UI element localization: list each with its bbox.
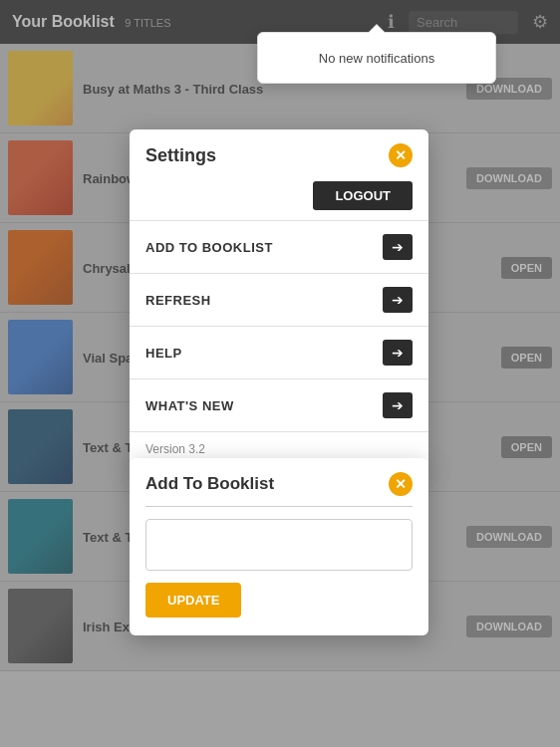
add-to-booklist-modal: Add To Booklist ✕ UPDATE bbox=[130, 458, 428, 635]
add-to-booklist-item[interactable]: ADD TO BOOKLIST ➔ bbox=[130, 220, 428, 273]
notification-text: No new notifications bbox=[319, 51, 434, 66]
notification-bubble: No new notifications bbox=[257, 32, 496, 84]
refresh-label: REFRESH bbox=[145, 293, 211, 308]
whats-new-arrow: ➔ bbox=[383, 392, 413, 418]
refresh-item[interactable]: REFRESH ➔ bbox=[130, 273, 428, 326]
settings-close-button[interactable]: ✕ bbox=[389, 143, 413, 167]
add-to-booklist-label: ADD TO BOOKLIST bbox=[145, 240, 273, 255]
help-label: HELP bbox=[145, 346, 182, 361]
update-button[interactable]: UPDATE bbox=[145, 583, 241, 618]
refresh-arrow: ➔ bbox=[383, 287, 413, 313]
add-modal-btn-wrap: UPDATE bbox=[130, 581, 428, 618]
settings-modal: Settings ✕ LOGOUT ADD TO BOOKLIST ➔ REFR… bbox=[130, 129, 428, 470]
whats-new-item[interactable]: WHAT'S NEW ➔ bbox=[130, 378, 428, 431]
add-to-booklist-arrow: ➔ bbox=[383, 234, 413, 260]
settings-title: Settings bbox=[145, 145, 216, 166]
add-modal-title: Add To Booklist bbox=[145, 474, 274, 494]
help-item[interactable]: HELP ➔ bbox=[130, 326, 428, 378]
add-modal-close-button[interactable]: ✕ bbox=[389, 472, 413, 496]
logout-section: LOGOUT bbox=[130, 177, 428, 220]
booklist-code-input[interactable] bbox=[145, 519, 413, 571]
logout-button[interactable]: LOGOUT bbox=[313, 181, 413, 210]
help-arrow: ➔ bbox=[383, 340, 413, 366]
settings-modal-header: Settings ✕ bbox=[130, 129, 428, 177]
add-modal-header: Add To Booklist ✕ bbox=[130, 458, 428, 506]
add-modal-input-wrap bbox=[130, 507, 428, 581]
whats-new-label: WHAT'S NEW bbox=[145, 398, 234, 413]
